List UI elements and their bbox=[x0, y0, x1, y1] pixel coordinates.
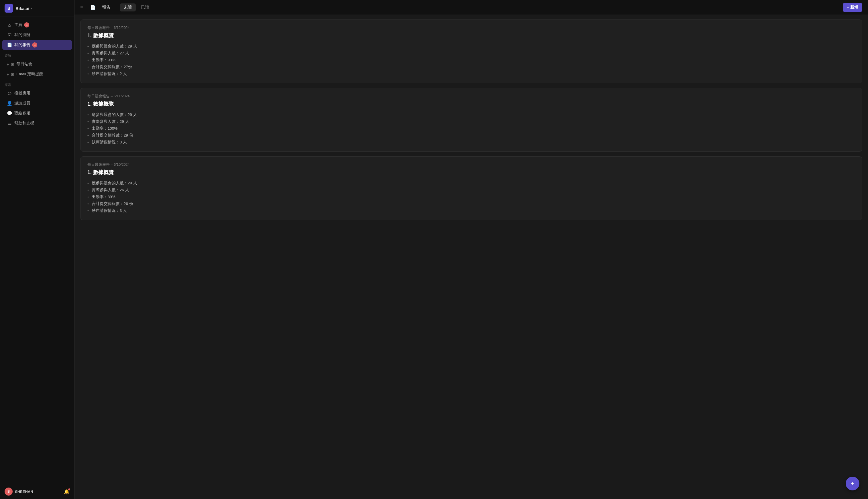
sidebar-item-daily-standup[interactable]: ▶ ⊞ 每日站會 bbox=[2, 59, 72, 69]
report-heading-3: 1. 數據概覽 bbox=[87, 169, 855, 176]
standup-grid-icon: ⊞ bbox=[11, 62, 14, 66]
sidebar-item-templates[interactable]: ◎ 模板應用 bbox=[2, 88, 72, 98]
report-card-2: 每日晨會報告 – 6/11/2024 1. 數據概覽 應參與晨會的人數：29 人… bbox=[80, 88, 862, 152]
sidebar-item-invite[interactable]: 👤 邀請成員 bbox=[2, 98, 72, 108]
list-item: 合計提交簡報數：27份 bbox=[87, 63, 855, 70]
tab-read[interactable]: 已讀 bbox=[137, 3, 153, 11]
list-item: 出勤率：89% bbox=[87, 194, 855, 200]
report-card-3: 每日晨會報告 – 6/10/2024 1. 數據概覽 應參與晨會的人數：29 人… bbox=[80, 156, 862, 220]
tab-bar: 未讀 已讀 bbox=[120, 3, 153, 11]
report-date-2: 每日晨會報告 – 6/11/2024 bbox=[87, 94, 855, 99]
add-new-button[interactable]: + 新增 bbox=[843, 3, 862, 12]
main: ≡ 📄 報告 未讀 已讀 + 新增 每日晨會報告 – 6/12/2024 1. … bbox=[74, 0, 868, 499]
list-item: 合計提交簡報數：29 份 bbox=[87, 132, 855, 139]
list-item: 缺席請假情況：0 人 bbox=[87, 139, 855, 146]
reports-badge: 3 bbox=[32, 42, 37, 48]
list-item: 出勤率：100% bbox=[87, 125, 855, 132]
report-heading-2: 1. 數據概覽 bbox=[87, 100, 855, 107]
report-list-1: 應參與晨會的人數：29 人 實際參與人數：27 人 出勤率：93% 合計提交簡報… bbox=[87, 43, 855, 77]
expand-arrow-icon: ▶ bbox=[7, 63, 9, 66]
sidebar-item-email-reminder[interactable]: ▶ ⊞ Email 定時提醒 bbox=[2, 69, 72, 79]
notification-bell[interactable]: 🔔 bbox=[64, 489, 70, 495]
sidebar-item-reports-label: 我的報告 bbox=[14, 42, 31, 48]
list-item: 實際參與人數：26 人 bbox=[87, 187, 855, 194]
user-name: SHEEHAN bbox=[15, 489, 33, 494]
invite-icon: 👤 bbox=[7, 101, 12, 106]
sidebar-item-todos[interactable]: ☑ 我的待辦 bbox=[2, 30, 72, 40]
list-item: 出勤率：93% bbox=[87, 57, 855, 63]
contact-icon: 💬 bbox=[7, 111, 12, 116]
app-logo: B bbox=[4, 4, 13, 13]
sidebar-item-home[interactable]: ⌂ 主頁 3 bbox=[2, 20, 72, 30]
report-date-1: 每日晨會報告 – 6/12/2024 bbox=[87, 25, 855, 31]
brand-name: Bika.ai bbox=[15, 6, 29, 11]
report-date-3: 每日晨會報告 – 6/10/2024 bbox=[87, 162, 855, 167]
sidebar-item-contact[interactable]: 💬 聯絡客服 bbox=[2, 109, 72, 118]
topbar-page-icon: 📄 bbox=[90, 5, 96, 10]
sidebar: B Bika.ai ▾ ⌂ 主頁 3 ☑ 我的待辦 📄 我的報告 3 資源 ▶ … bbox=[0, 0, 74, 499]
sidebar-email-label: Email 定時提醒 bbox=[16, 72, 43, 77]
list-item: 合計提交簡報數：26 份 bbox=[87, 200, 855, 207]
topbar: ≡ 📄 報告 未讀 已讀 + 新增 bbox=[74, 0, 868, 15]
sidebar-help-label: 幫助和支援 bbox=[14, 121, 34, 126]
report-icon: 📄 bbox=[7, 42, 12, 48]
sidebar-templates-label: 模板應用 bbox=[14, 91, 31, 96]
topbar-title: 報告 bbox=[102, 4, 110, 10]
content-area: 每日晨會報告 – 6/12/2024 1. 數據概覽 應參與晨會的人數：29 人… bbox=[74, 15, 868, 499]
report-card-1: 每日晨會報告 – 6/12/2024 1. 數據概覽 應參與晨會的人數：29 人… bbox=[80, 20, 862, 83]
notif-dot bbox=[68, 488, 70, 490]
sidebar-header[interactable]: B Bika.ai ▾ bbox=[0, 0, 74, 17]
todo-icon: ☑ bbox=[7, 32, 12, 37]
fab-button[interactable]: + bbox=[846, 477, 859, 490]
sidebar-invite-label: 邀請成員 bbox=[14, 101, 31, 106]
sidebar-item-reports[interactable]: 📄 我的報告 3 bbox=[2, 40, 72, 50]
sidebar-item-help[interactable]: ☰ 幫助和支援 bbox=[2, 119, 72, 128]
list-item: 應參與晨會的人數：29 人 bbox=[87, 180, 855, 187]
home-icon: ⌂ bbox=[7, 23, 12, 27]
sidebar-nav: ⌂ 主頁 3 ☑ 我的待辦 📄 我的報告 3 資源 ▶ ⊞ 每日站會 ▶ ⊞ E… bbox=[0, 17, 74, 131]
report-heading-1: 1. 數據概覽 bbox=[87, 32, 855, 39]
list-item: 實際參與人數：27 人 bbox=[87, 50, 855, 57]
brand-chevron-icon: ▾ bbox=[31, 7, 32, 10]
sidebar-item-todos-label: 我的待辦 bbox=[14, 32, 31, 37]
avatar: S bbox=[4, 488, 13, 496]
list-item: 缺席請假情況：3 人 bbox=[87, 207, 855, 214]
email-grid-icon: ⊞ bbox=[11, 72, 14, 76]
section-explore: 探索 bbox=[0, 79, 74, 88]
list-item: 缺席請假情況：2 人 bbox=[87, 70, 855, 77]
user-row[interactable]: S SHEEHAN bbox=[4, 488, 33, 496]
sidebar-standup-label: 每日站會 bbox=[16, 62, 32, 67]
sidebar-item-home-label: 主頁 bbox=[14, 22, 22, 27]
list-item: 應參與晨會的人數：29 人 bbox=[87, 43, 855, 50]
list-item: 應參與晨會的人數：29 人 bbox=[87, 111, 855, 118]
home-badge: 3 bbox=[24, 22, 29, 27]
report-list-3: 應參與晨會的人數：29 人 實際參與人數：26 人 出勤率：89% 合計提交簡報… bbox=[87, 180, 855, 214]
section-resources: 資源 bbox=[0, 50, 74, 59]
sidebar-contact-label: 聯絡客服 bbox=[14, 111, 31, 116]
sidebar-footer: S SHEEHAN 🔔 bbox=[0, 484, 74, 499]
topbar-menu-icon[interactable]: ≡ bbox=[80, 4, 83, 10]
template-icon: ◎ bbox=[7, 91, 12, 96]
help-icon: ☰ bbox=[7, 121, 12, 126]
list-item: 實際參與人數：29 人 bbox=[87, 118, 855, 125]
expand-arrow-icon2: ▶ bbox=[7, 73, 9, 76]
tab-unread[interactable]: 未讀 bbox=[120, 3, 136, 11]
report-list-2: 應參與晨會的人數：29 人 實際參與人數：29 人 出勤率：100% 合計提交簡… bbox=[87, 111, 855, 146]
